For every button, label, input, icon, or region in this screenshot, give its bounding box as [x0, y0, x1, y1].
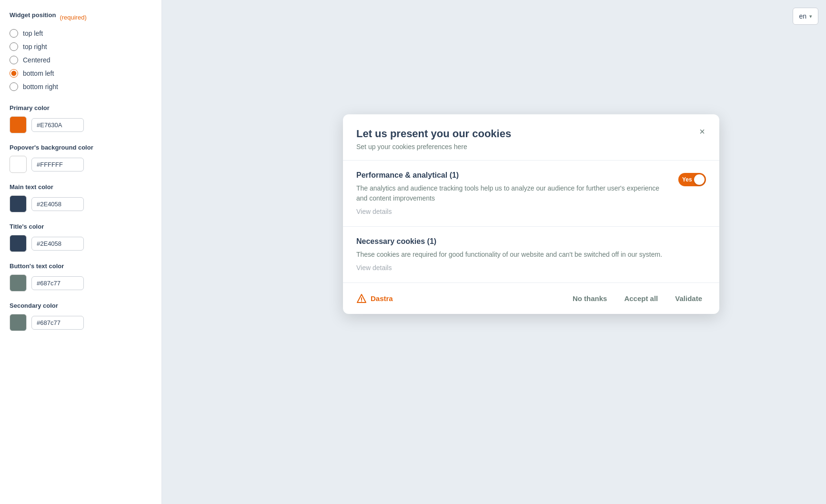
radio-top-right[interactable]: top right: [10, 42, 152, 51]
modal-close-button[interactable]: ×: [695, 124, 710, 139]
modal-subtitle: Set up your cookies preferences here: [356, 143, 706, 151]
popover-bg-color-row: [10, 156, 152, 173]
no-thanks-button[interactable]: No thanks: [569, 292, 611, 305]
brand-name: Dastra: [371, 294, 393, 302]
radio-centered[interactable]: Centered: [10, 56, 152, 64]
popover-bg-color-label: Popover's background color: [10, 144, 152, 151]
secondary-color-swatch[interactable]: [10, 314, 27, 331]
radio-input-top-right[interactable]: [10, 42, 18, 51]
primary-color-section: Primary color: [10, 104, 152, 133]
performance-section-title: Performance & analytical (1): [356, 171, 669, 180]
button-text-color-section: Button's text color: [10, 262, 152, 292]
necessary-view-details-link[interactable]: View details: [356, 264, 392, 272]
radio-label-bottom-right: bottom right: [23, 83, 58, 91]
performance-toggle[interactable]: Yes: [678, 173, 706, 186]
secondary-color-row: [10, 314, 152, 331]
secondary-color-section: Secondary color: [10, 302, 152, 331]
modal-header: Let us present you our cookies Set up yo…: [343, 114, 719, 161]
modal-title: Let us present you our cookies: [356, 128, 706, 140]
main-text-color-swatch[interactable]: [10, 195, 27, 212]
right-panel: en ▾ Let us present you our cookies Set …: [162, 0, 826, 504]
necessary-section-title: Necessary cookies (1): [356, 237, 706, 246]
radio-label-centered: Centered: [23, 56, 50, 64]
main-text-color-section: Main text color: [10, 183, 152, 212]
required-label: (required): [60, 14, 86, 21]
main-text-color-label: Main text color: [10, 183, 152, 191]
title-color-label: Title's color: [10, 223, 152, 230]
radio-input-centered[interactable]: [10, 56, 18, 64]
brand-triangle-icon: [356, 293, 367, 304]
performance-cookie-section: Performance & analytical (1) The analyti…: [343, 161, 719, 227]
footer-actions: No thanks Accept all Validate: [569, 292, 706, 305]
secondary-color-label: Secondary color: [10, 302, 152, 309]
radio-bottom-right[interactable]: bottom right: [10, 82, 152, 91]
performance-section-content: Performance & analytical (1) The analyti…: [356, 171, 669, 216]
button-text-color-label: Button's text color: [10, 262, 152, 270]
title-color-swatch[interactable]: [10, 235, 27, 252]
button-text-color-row: [10, 274, 152, 292]
radio-input-top-left[interactable]: [10, 29, 18, 38]
language-selector[interactable]: en ▾: [793, 8, 818, 25]
performance-view-details-link[interactable]: View details: [356, 208, 392, 215]
necessary-cookie-section: Necessary cookies (1) These cookies are …: [343, 227, 719, 283]
button-text-color-swatch[interactable]: [10, 274, 27, 292]
radio-label-top-right: top right: [23, 43, 47, 50]
main-text-color-input[interactable]: [31, 197, 84, 211]
popover-bg-color-section: Popover's background color: [10, 144, 152, 173]
primary-color-row: [10, 116, 152, 133]
performance-toggle-wrapper[interactable]: Yes: [678, 173, 706, 186]
lang-value: en: [799, 12, 806, 20]
secondary-color-input[interactable]: [31, 316, 84, 330]
radio-input-bottom-left[interactable]: [10, 69, 18, 78]
modal-footer: Dastra No thanks Accept all Validate: [343, 283, 719, 314]
widget-position-label: Widget position: [10, 11, 56, 19]
chevron-down-icon: ▾: [809, 13, 812, 20]
primary-color-input[interactable]: [31, 118, 84, 132]
toggle-thumb: [694, 174, 705, 185]
radio-bottom-left[interactable]: bottom left: [10, 69, 152, 78]
radio-top-left[interactable]: top left: [10, 29, 152, 38]
button-text-color-input[interactable]: [31, 276, 84, 290]
cookie-modal: Let us present you our cookies Set up yo…: [343, 114, 719, 314]
radio-input-bottom-right[interactable]: [10, 82, 18, 91]
title-color-row: [10, 235, 152, 252]
popover-bg-color-input[interactable]: [31, 158, 84, 171]
necessary-section-content: Necessary cookies (1) These cookies are …: [356, 237, 706, 272]
primary-color-label: Primary color: [10, 104, 152, 111]
radio-label-top-left: top left: [23, 30, 43, 37]
widget-position-radio-group: top left top right Centered bottom left …: [10, 29, 152, 91]
title-color-section: Title's color: [10, 223, 152, 252]
radio-label-bottom-left: bottom left: [23, 70, 54, 77]
widget-position-header: Widget position (required): [10, 11, 152, 23]
primary-color-swatch[interactable]: [10, 116, 27, 133]
brand-logo: Dastra: [356, 293, 393, 304]
accept-all-button[interactable]: Accept all: [620, 292, 662, 305]
popover-bg-color-swatch[interactable]: [10, 156, 27, 173]
main-text-color-row: [10, 195, 152, 212]
title-color-input[interactable]: [31, 237, 84, 251]
svg-point-1: [361, 301, 362, 302]
necessary-section-desc: These cookies are required for good func…: [356, 250, 706, 260]
left-panel: Widget position (required) top left top …: [0, 0, 162, 504]
performance-section-desc: The analytics and audience tracking tool…: [356, 183, 669, 203]
validate-button[interactable]: Validate: [671, 292, 706, 305]
toggle-yes-label: Yes: [682, 176, 692, 183]
